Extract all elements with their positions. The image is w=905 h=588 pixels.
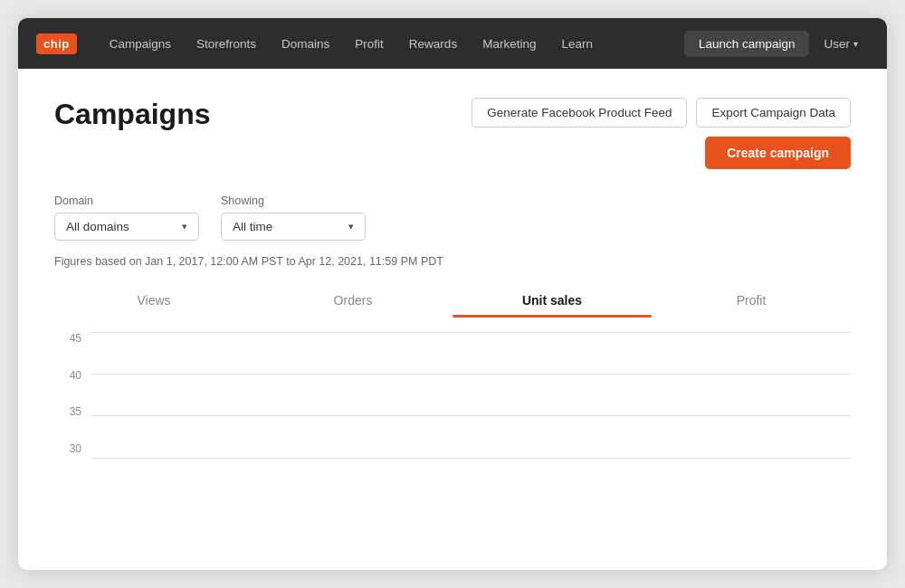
logo[interactable]: chip xyxy=(36,33,77,54)
date-range-text: Figures based on Jan 1, 2017, 12:00 AM P… xyxy=(54,255,851,268)
nav-item-learn[interactable]: Learn xyxy=(550,32,604,56)
chart-y-label-35: 35 xyxy=(54,405,81,418)
underline-profit xyxy=(652,315,851,318)
chart-y-label-40: 40 xyxy=(54,369,81,382)
showing-filter-group: Showing All time ▾ xyxy=(221,194,366,241)
chart-y-labels: 45 40 35 30 xyxy=(54,332,81,459)
page-header: Campaigns Generate Facebook Product Feed… xyxy=(54,98,851,169)
chart-tab-unit-sales[interactable]: Unit sales xyxy=(452,293,652,315)
domain-filter-label: Domain xyxy=(54,194,199,207)
navbar: chip Campaigns Storefronts Domains Profi… xyxy=(18,18,887,69)
nav-item-domains[interactable]: Domains xyxy=(271,32,340,56)
underline-unit-sales xyxy=(452,315,652,318)
showing-filter-label: Showing xyxy=(221,194,366,207)
chart-tab-profit[interactable]: Profit xyxy=(652,293,851,315)
nav-item-storefronts[interactable]: Storefronts xyxy=(186,32,267,56)
chart-tab-underlines xyxy=(54,315,851,318)
domain-select-caret-icon: ▾ xyxy=(182,221,187,232)
nav-item-profit[interactable]: Profit xyxy=(344,32,395,56)
export-campaign-data-button[interactable]: Export Campaign Data xyxy=(696,98,851,128)
chart-tabs: Views Orders Unit sales Profit xyxy=(54,293,851,315)
domain-select[interactable]: All domains ▾ xyxy=(54,213,199,241)
underline-orders xyxy=(253,315,452,318)
domain-select-value: All domains xyxy=(66,220,129,233)
filters-row: Domain All domains ▾ Showing All time ▾ xyxy=(54,194,851,241)
nav-item-rewards[interactable]: Rewards xyxy=(398,32,468,56)
user-menu-caret-icon: ▾ xyxy=(853,39,858,49)
chart-tab-views[interactable]: Views xyxy=(54,293,253,315)
generate-facebook-feed-button[interactable]: Generate Facebook Product Feed xyxy=(472,98,687,128)
showing-select-value: All time xyxy=(233,220,272,233)
chart-grid-line-1 xyxy=(90,332,851,333)
launch-campaign-button[interactable]: Launch campaign xyxy=(684,31,810,57)
nav-item-marketing[interactable]: Marketing xyxy=(472,32,547,56)
nav-item-campaigns[interactable]: Campaigns xyxy=(99,32,182,56)
showing-select[interactable]: All time ▾ xyxy=(221,213,366,241)
chart-grid-line-3 xyxy=(90,415,851,416)
chart-y-label-45: 45 xyxy=(54,332,81,345)
underline-views xyxy=(54,315,253,318)
header-actions: Generate Facebook Product Feed Export Ca… xyxy=(472,98,851,169)
create-campaign-button[interactable]: Create campaign xyxy=(705,137,851,169)
chart-grid-line-2 xyxy=(90,374,851,375)
chart-tab-orders[interactable]: Orders xyxy=(253,293,452,315)
header-buttons-row: Generate Facebook Product Feed Export Ca… xyxy=(472,98,851,128)
user-menu[interactable]: User ▾ xyxy=(813,32,869,56)
domain-filter-group: Domain All domains ▾ xyxy=(54,194,199,241)
page-title: Campaigns xyxy=(54,98,210,131)
showing-select-caret-icon: ▾ xyxy=(348,221,354,232)
chart-y-label-30: 30 xyxy=(54,442,81,455)
nav-items: Campaigns Storefronts Domains Profit Rew… xyxy=(99,31,869,57)
chart-grid xyxy=(90,332,851,459)
chart-area: 45 40 35 30 xyxy=(54,332,851,459)
main-content: Campaigns Generate Facebook Product Feed… xyxy=(18,69,887,570)
chart-grid-line-4 xyxy=(90,458,851,459)
